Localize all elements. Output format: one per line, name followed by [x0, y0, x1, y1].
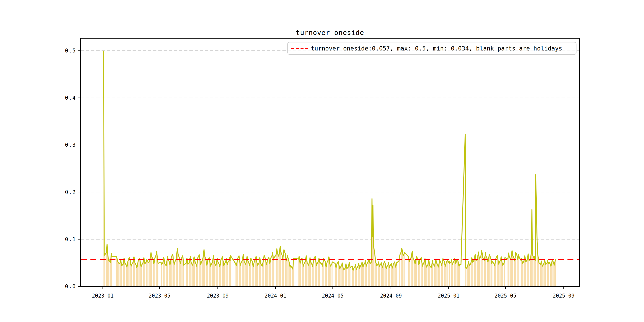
trading-day-bar [386, 267, 387, 286]
trading-day-bar [521, 258, 522, 286]
trading-day-bar [246, 260, 247, 286]
trading-day-bar [526, 262, 526, 286]
matplotlib-figure: 2023-012023-052023-092024-012024-052024-… [0, 0, 644, 322]
trading-day-bar [306, 260, 307, 286]
trading-day-bar [314, 259, 314, 286]
trading-day-bar [515, 256, 516, 286]
trading-day-bar [123, 264, 123, 286]
trading-day-bar [415, 264, 415, 286]
trading-day-bar [509, 257, 510, 286]
trading-day-bar [487, 260, 488, 286]
trading-day-bar [200, 259, 200, 286]
trading-day-bar [298, 259, 299, 286]
trading-day-bar [446, 265, 446, 286]
trading-day-bar [528, 257, 528, 286]
trading-day-bar [300, 263, 300, 286]
trading-day-bar [219, 264, 219, 286]
trading-day-bar [494, 264, 494, 286]
trading-day-bar [534, 258, 534, 286]
trading-day-bar [141, 266, 141, 286]
trading-day-bar [290, 267, 290, 286]
trading-day-bar [194, 257, 194, 286]
trading-day-bar [326, 267, 326, 286]
trading-day-bar [120, 262, 120, 286]
trading-day-bar [292, 269, 292, 286]
trading-day-bar [290, 266, 291, 286]
trading-day-bar [368, 259, 369, 286]
trading-day-bar [349, 265, 349, 286]
trading-day-bar [555, 259, 556, 286]
trading-day-bar [376, 264, 376, 286]
trading-day-bar [300, 262, 301, 286]
trading-day-bar [143, 260, 144, 286]
trading-day-bar [403, 256, 403, 286]
trading-day-bar [128, 262, 128, 286]
trading-day-bar [511, 257, 511, 286]
trading-day-bar [164, 264, 165, 286]
trading-day-bar [524, 258, 524, 286]
trading-day-bar [131, 266, 132, 286]
trading-day-bar [350, 265, 350, 286]
trading-day-bar [117, 260, 118, 286]
trading-day-bar [352, 266, 352, 286]
x-tick-label: 2023-09 [207, 293, 229, 299]
trading-day-bar [253, 266, 254, 286]
trading-day-bar [293, 266, 293, 286]
trading-day-bar [121, 263, 122, 286]
trading-day-bar [203, 257, 203, 286]
trading-day-bar [542, 264, 542, 286]
trading-day-bar [486, 252, 486, 286]
trading-day-bar [251, 258, 251, 286]
trading-day-bar [444, 262, 445, 286]
trading-day-bar [316, 266, 317, 286]
trading-day-bar [237, 262, 237, 286]
trading-day-bar [345, 266, 346, 286]
trading-day-bar [347, 268, 347, 286]
trading-day-bar [196, 266, 196, 286]
trading-day-bar [450, 264, 450, 286]
trading-day-bar [213, 258, 213, 286]
trading-day-bar [138, 263, 138, 286]
trading-day-bar [519, 257, 519, 286]
trading-day-bar [140, 264, 141, 286]
trading-day-bar [204, 255, 205, 286]
trading-day-bar [337, 264, 337, 286]
trading-day-bar [236, 266, 236, 286]
trading-day-bar [495, 264, 495, 286]
trading-day-bar [382, 268, 382, 286]
trading-day-bar [154, 262, 154, 286]
trading-day-bar [112, 257, 112, 286]
trading-day-bar [529, 260, 529, 286]
trading-day-bar [502, 265, 503, 286]
chart-title: turnover oneside [296, 28, 364, 36]
trading-day-bar [505, 258, 505, 286]
trading-day-bar [538, 257, 538, 286]
trading-day-bar [186, 263, 186, 286]
trading-day-bar [223, 263, 224, 286]
trading-day-bar [472, 260, 472, 286]
trading-day-bar [410, 260, 410, 286]
trading-day-bar [241, 263, 241, 286]
trading-day-bar [284, 250, 284, 286]
trading-day-bar [214, 263, 215, 286]
trading-day-bar [366, 264, 366, 286]
trading-day-bar [148, 261, 148, 286]
trading-day-bar [257, 263, 257, 286]
trading-day-bar [494, 266, 495, 286]
trading-day-bar [206, 263, 206, 286]
trading-day-bar [469, 266, 470, 286]
trading-day-bar [273, 257, 273, 286]
trading-day-bar [148, 263, 148, 286]
trading-day-bar [378, 264, 378, 286]
trading-day-bar [286, 261, 286, 286]
trading-day-bar [247, 260, 248, 286]
trading-day-bar [260, 264, 261, 286]
turnover-line-layer [104, 51, 556, 270]
trading-day-bar [389, 268, 390, 286]
x-tick-label: 2023-01 [92, 293, 114, 299]
trading-day-bar [330, 264, 330, 286]
trading-day-bar [480, 257, 481, 286]
trading-day-bar [441, 263, 441, 286]
trading-day-bar [455, 262, 455, 286]
trading-day-bar [385, 264, 386, 286]
